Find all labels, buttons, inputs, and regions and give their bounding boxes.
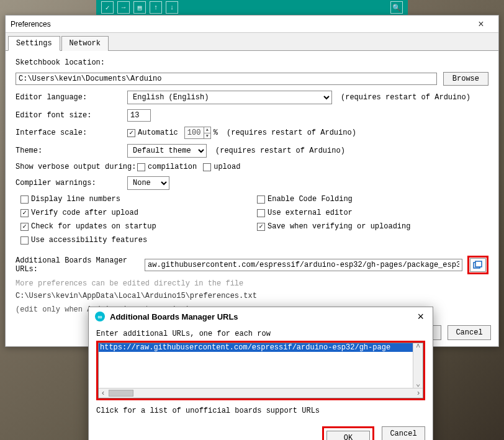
ide-toolbar: ✓ → ▤ ↑ ↓ 🔍 (96, 0, 408, 15)
toolbar-open-icon[interactable]: ↑ (150, 1, 162, 14)
scroll-thumb[interactable] (109, 390, 133, 397)
code-folding-checkbox[interactable]: Enable Code Folding (257, 195, 482, 204)
scroll-right-icon[interactable]: › (414, 388, 423, 398)
accessibility-checkbox[interactable]: Use accessibility features (20, 236, 246, 245)
tabstrip: Settings Network (6, 33, 498, 51)
dialog-titlebar: ∞ Additional Boards Manager URLs × (89, 307, 433, 326)
toolbar-save-icon[interactable]: ↓ (166, 1, 178, 14)
upload-checkbox[interactable]: upload (203, 163, 240, 171)
dialog-cancel-button[interactable]: Cancel (382, 426, 425, 440)
close-icon[interactable]: × (469, 17, 493, 32)
verify-after-upload-checkbox[interactable]: ✓Verify code after upload (20, 209, 246, 217)
interface-scale-spinner[interactable]: ▲▼ (204, 127, 211, 139)
theme-label: Theme: (16, 146, 127, 155)
sketchbook-location-label: Sketchbook location: (16, 58, 127, 67)
highlight-urls-textarea: https://raw.githubusercontent.com/espres… (96, 341, 425, 400)
browse-button[interactable]: Browse (443, 72, 488, 86)
automatic-checkbox[interactable]: ✓ Automatic (127, 128, 178, 137)
arduino-icon: ∞ (95, 312, 105, 321)
interface-scale-input[interactable] (184, 127, 204, 139)
percent-label: % (214, 128, 218, 137)
save-verify-checkbox[interactable]: ✓Save when verifying or uploading (257, 222, 482, 231)
toolbar-upload-icon[interactable]: → (117, 1, 130, 14)
more-prefs-hint: More preferences can be edited directly … (16, 279, 488, 288)
dialog-close-icon[interactable]: × (415, 310, 426, 323)
compiler-warnings-select[interactable]: None (127, 176, 169, 190)
prefs-file-path[interactable]: C:\Users\kevin\AppData\Local\Arduino15\p… (16, 292, 488, 300)
verbose-output-label: Show verbose output during: (16, 163, 137, 171)
restart-note-2: (requires restart of Arduino) (227, 128, 356, 137)
toolbar-new-icon[interactable]: ▤ (133, 1, 146, 14)
highlight-edit-urls (467, 256, 488, 274)
svg-rect-1 (475, 261, 482, 267)
editor-font-size-input[interactable] (127, 109, 151, 122)
urls-textarea[interactable]: https://raw.githubusercontent.com/espres… (98, 343, 423, 398)
scroll-left-icon[interactable]: ‹ (99, 388, 107, 398)
check-updates-checkbox[interactable]: ✓Check for updates on startup (20, 222, 246, 231)
preferences-window: Preferences × Settings Network Sketchboo… (5, 15, 499, 347)
enter-urls-label: Enter additional URLs, one for each row (96, 330, 425, 338)
edit-urls-icon[interactable] (470, 258, 486, 272)
restart-note-1: (requires restart of Arduino) (341, 93, 470, 102)
window-title: Preferences (11, 20, 469, 29)
additional-urls-dialog: ∞ Additional Boards Manager URLs × Enter… (88, 307, 433, 440)
unofficial-list-link[interactable]: Click for a list of unofficial boards su… (96, 406, 425, 415)
toolbar-serial-monitor-icon[interactable]: 🔍 (390, 1, 403, 14)
additional-urls-input[interactable] (145, 259, 462, 271)
preferences-body: Sketchbook location: Browse Editor langu… (6, 51, 498, 320)
highlight-dialog-ok: OK (322, 426, 374, 440)
dialog-ok-button[interactable]: OK (326, 431, 370, 440)
compilation-checkbox[interactable]: compilation (137, 163, 197, 171)
editor-language-select[interactable]: English (English) (127, 91, 332, 104)
scrollbar-horizontal[interactable]: ‹ › (99, 388, 423, 398)
display-line-numbers-checkbox[interactable]: Display line numbers (20, 195, 246, 204)
toolbar-verify-icon[interactable]: ✓ (101, 1, 114, 14)
compiler-warnings-label: Compiler warnings: (16, 179, 127, 187)
editor-language-label: Editor language: (16, 93, 127, 102)
editor-font-size-label: Editor font size: (16, 111, 127, 120)
upload-label: upload (214, 163, 240, 171)
tab-network[interactable]: Network (61, 36, 109, 51)
cancel-button[interactable]: Cancel (448, 325, 491, 340)
tab-settings[interactable]: Settings (8, 36, 60, 51)
titlebar: Preferences × (6, 16, 498, 33)
theme-select[interactable]: Default theme (127, 144, 207, 158)
automatic-label: Automatic (138, 128, 178, 137)
compilation-label: compilation (148, 163, 197, 171)
scrollbar-vertical[interactable]: ^ ⌄ (413, 343, 423, 388)
dialog-title: Additional Boards Manager URLs (110, 312, 415, 321)
sketchbook-location-input[interactable] (16, 73, 437, 85)
scroll-down-icon[interactable]: ⌄ (413, 379, 423, 388)
additional-urls-label: Additional Boards Manager URLs: (16, 256, 140, 274)
external-editor-checkbox[interactable]: Use external editor (257, 209, 482, 217)
interface-scale-label: Interface scale: (16, 128, 127, 137)
restart-note-3: (requires restart of Arduino) (215, 146, 345, 155)
urls-text-selected[interactable]: https://raw.githubusercontent.com/espres… (99, 343, 423, 352)
scroll-up-icon[interactable]: ^ (413, 343, 423, 352)
dialog-footer: OK Cancel (89, 423, 433, 440)
